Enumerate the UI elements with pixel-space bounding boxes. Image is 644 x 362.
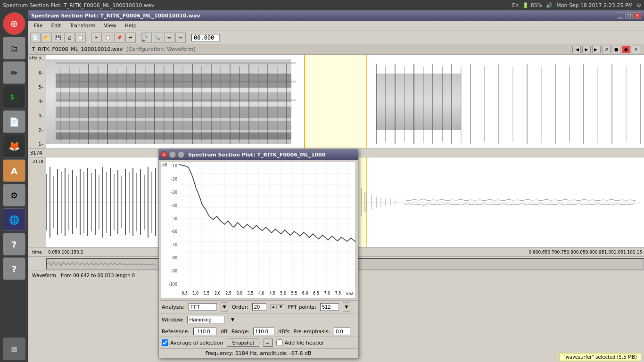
window-dropdown[interactable]: ▼ [229,315,236,324]
spec-y-60: -60 [162,230,178,234]
analysis-input[interactable] [189,303,217,311]
open-button[interactable]: 📂 [41,33,52,43]
sidebar-icon-files[interactable]: 🗂 [3,37,25,59]
close-button[interactable]: ✕ [634,12,641,19]
new-button[interactable]: 📄 [30,33,41,43]
freq-4: 4– [29,99,45,104]
stop-button[interactable]: ■ [612,46,620,53]
order-up[interactable]: ▲ [270,304,277,309]
toolbar-sep3 [188,33,190,43]
paste-button[interactable]: 📌 [114,33,124,43]
freq-unit: kHz [29,56,37,60]
sidebar-icon-settings[interactable]: ⚙ [3,184,25,206]
spec-y-70: -70 [162,243,178,247]
close-button2[interactable]: ✕ [632,46,640,53]
header-checkbox-row: Add file header [276,339,324,346]
copy-button[interactable]: 📋 [103,33,113,43]
spec-y-100: -100 [162,282,178,287]
zoom-in-button[interactable]: 🔍+ [141,33,152,43]
print-button[interactable]: 🖨 [64,33,74,43]
window-controls: _ □ ✕ [617,12,641,19]
spec-x-70: 7.0 [324,291,330,296]
file-config: [Configuration: Waveform] [126,46,195,52]
window-input[interactable] [187,316,225,323]
file-name: T_RITK_F0006_ML_100010010.wav [32,46,123,52]
popup-max-button[interactable] [178,151,184,158]
preemphasis-input[interactable] [334,328,350,335]
reference-input[interactable] [193,328,217,335]
range-input[interactable] [253,328,274,335]
menu-bar: File Edit Transform View Help [28,21,644,31]
time-015: 0.15 [67,250,76,255]
snapshot-button[interactable]: Snapshot [227,338,259,347]
spec-x-35: 3.5 [248,291,254,296]
record-button[interactable]: ● [622,46,630,53]
skip-start-button[interactable]: |◀ [572,46,581,53]
fft-input[interactable] [320,303,339,311]
maximize-button[interactable]: □ [625,12,633,19]
fft-dropdown[interactable]: ▼ [343,302,350,312]
cut-button[interactable]: ✂ [91,33,102,43]
spec-y-30: -30 [162,190,178,195]
play-button[interactable]: ▶ [582,46,591,53]
taskbar-settings-icon[interactable]: ⚙ [636,2,641,8]
sidebar-icon-internet[interactable]: 🌐 [3,208,25,231]
order-input[interactable] [252,303,266,311]
controls-row4: Average of selection Snapshot – Add file… [159,337,358,348]
minimize-button[interactable]: _ [617,12,624,19]
zoom-sel-button[interactable]: ⇿ [175,33,186,43]
sidebar-icon-manager[interactable]: ▦ [3,337,25,360]
loop-button[interactable]: ↺ [602,46,611,53]
menu-view[interactable]: View [100,22,120,30]
time-005: 0.05 [48,250,58,255]
controls-row1: Analysis: ▼ Order: ▲ ▼ FFT points: ▼ [159,300,358,313]
toolbar: 📄 📂 💾 🖨 📋 ✂ 📋 📌 ↩ 🔍+ 🔍- ⇔ ⇿ 00.000 [28,31,644,44]
analysis-dropdown[interactable]: ▼ [221,302,228,312]
taskbar-datetime: Mon Sep 18 2017 2:23:25 PM [556,2,633,8]
time-010: 0.10 [58,250,67,255]
sidebar-icon-notes[interactable]: ✏ [3,61,25,84]
window-titlebar: Spectrum Section Plot: T_RITK_F0006_ML_1… [28,10,644,21]
amp-axis: -2178 [28,157,46,247]
sidebar-icon-terminal[interactable]: $_ [3,86,25,108]
header-checkbox[interactable] [276,339,283,346]
freq-status-text: Frequency: 5184 Hz, amplitude: -67.6 dB [205,350,311,356]
reference-label: Reference: [162,329,190,335]
sidebar-icon-help2[interactable]: ? [3,257,25,280]
undo-button[interactable]: ↩ [125,33,136,43]
print2-button[interactable]: 📋 [75,33,86,43]
taskbar-lang: En [512,2,519,8]
freq-6: 6– [29,71,45,75]
menu-edit[interactable]: Edit [47,22,65,30]
playback-controls: |◀ ▶ ▶| ↺ ■ ● ✕ [572,46,640,53]
menu-help[interactable]: Help [121,22,140,30]
taskbar-left: Spectrum Section Plot: T_RITK_F0006_ML_1… [3,2,154,8]
popup-min-button[interactable] [169,151,176,158]
sidebar-icon-ubuntu[interactable]: ⊕ [3,12,25,35]
window-label: Window: [162,317,183,323]
sidebar-icon-firefox[interactable]: 🦊 [3,135,25,157]
zoom-out-button[interactable]: 🔍- [153,33,163,43]
spec-y-40: -40 [162,204,178,208]
zoom-fit-button[interactable]: ⇔ [164,33,174,43]
sidebar-icon-help1[interactable]: ? [3,233,25,255]
save-button[interactable]: 💾 [53,33,63,43]
freq-2: 2– [29,128,45,132]
sidebar-icon-fonts[interactable]: A [3,159,25,182]
svg-rect-32 [56,62,296,64]
play-sel-button[interactable]: ▶| [592,46,601,53]
dash-button[interactable]: – [263,338,272,347]
spec-db-unit: dB [162,163,167,167]
waveform-status: Waveform - from 00.642 to 00.813 length … [32,273,135,278]
menu-file[interactable]: File [30,22,46,30]
selection-region [305,55,367,148]
time-100: 1.00 [604,250,614,255]
sidebar-icon-document[interactable]: 📄 [3,110,25,133]
spectrogram-canvas [46,55,644,148]
popup-close-button[interactable]: ✕ [161,151,167,158]
menu-transform[interactable]: Transform [66,22,99,30]
svg-rect-37 [376,74,461,130]
spec-x-10: 1.0 [192,291,198,296]
avg-checkbox[interactable] [162,339,168,346]
order-down[interactable]: ▼ [278,304,284,309]
